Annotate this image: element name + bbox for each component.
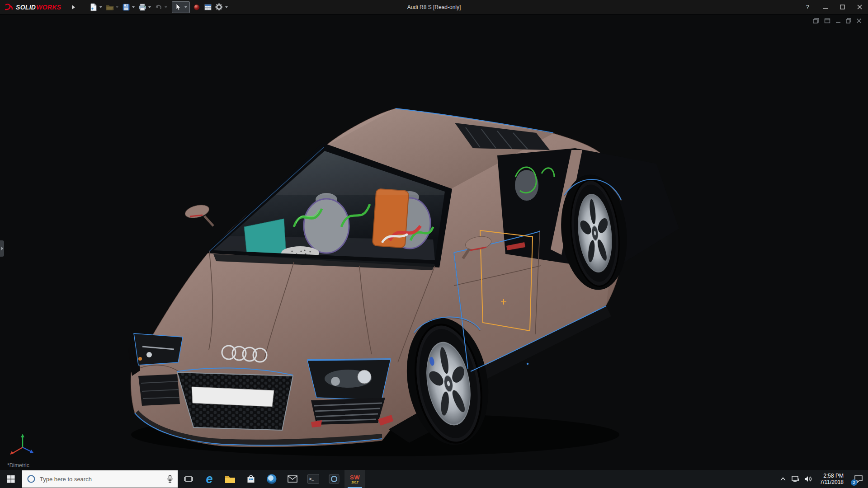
solidworks-icon-label: SW	[350, 474, 360, 480]
close-document-button[interactable]	[856, 18, 862, 23]
maximize-button[interactable]	[834, 0, 851, 14]
undo-icon	[155, 4, 163, 10]
options-gear-icon	[215, 3, 223, 11]
open-document-caret[interactable]	[116, 6, 118, 8]
float-window-button[interactable]	[813, 18, 819, 23]
quick-access-toolbar	[88, 1, 232, 13]
print-button[interactable]	[137, 2, 148, 13]
action-center-button[interactable]: 2	[849, 470, 868, 488]
design-table-button[interactable]	[202, 2, 213, 13]
windows-logo-icon	[7, 475, 15, 483]
left-headlight-lens	[146, 352, 152, 357]
minimize-icon	[823, 5, 828, 9]
new-document-button[interactable]	[88, 2, 99, 13]
tray-network[interactable]	[789, 470, 802, 488]
taskbar-item-browser[interactable]	[261, 470, 282, 488]
taskbar-item-app-circle[interactable]	[324, 470, 344, 488]
right-headlight-lens-2	[331, 377, 340, 386]
taskbar-item-store[interactable]	[241, 470, 261, 488]
logo-text-solid: SOLID	[16, 4, 36, 11]
undo-button[interactable]	[153, 2, 164, 13]
close-button[interactable]	[851, 0, 868, 14]
document-window-controls	[813, 18, 862, 23]
titlebar: SOLIDWORKS	[0, 0, 868, 14]
graphics-viewport[interactable]: *Dimetric	[0, 14, 868, 470]
document-title: Audi R8 S [Read-only]	[407, 4, 461, 10]
save-button[interactable]	[120, 2, 132, 13]
save-icon	[123, 4, 130, 11]
taskbar-item-solidworks[interactable]: SW 2017	[344, 470, 365, 488]
ds-swirl-icon	[4, 3, 14, 11]
speaker-icon	[804, 476, 812, 482]
select-tool-button[interactable]	[173, 2, 184, 13]
flyout-arrow-icon	[1, 247, 3, 250]
taskbar-item-edge[interactable]: e	[199, 470, 220, 488]
file-explorer-icon	[225, 475, 236, 483]
close-icon	[857, 5, 862, 9]
chevron-up-icon	[780, 477, 786, 481]
select-tool-active-frame	[172, 1, 190, 13]
task-view-button[interactable]	[178, 470, 199, 488]
search-placeholder-text: Type here to search	[40, 476, 163, 483]
view-orientation-label: *Dimetric	[7, 462, 29, 469]
minimize-button[interactable]	[816, 0, 834, 14]
open-document-button[interactable]	[104, 2, 115, 13]
taskbar-item-mail[interactable]	[282, 470, 303, 488]
start-button[interactable]	[0, 470, 22, 488]
print-icon	[138, 4, 146, 11]
appearance-sphere-icon	[193, 4, 200, 10]
menu-flyout-arrow-icon[interactable]	[72, 5, 75, 9]
undo-caret[interactable]	[165, 6, 167, 8]
taskbar-item-file-explorer[interactable]	[220, 470, 241, 488]
taskbar-search-box[interactable]: Type here to search	[22, 470, 178, 488]
cortana-icon	[27, 474, 36, 483]
restore-document-button[interactable]	[846, 18, 851, 23]
solidworks-2017-icon: SW 2017	[350, 474, 360, 484]
store-bag-icon	[246, 474, 255, 483]
car-model-audi-r8[interactable]	[0, 14, 868, 470]
select-tool-caret[interactable]	[184, 6, 187, 8]
tray-volume[interactable]	[802, 470, 815, 488]
new-document-icon	[90, 3, 97, 11]
right-headlight-lens	[358, 370, 371, 384]
options-caret[interactable]	[225, 6, 228, 8]
new-document-caret[interactable]	[99, 6, 102, 8]
tray-overflow-button[interactable]	[777, 470, 789, 488]
clock-date: 7/11/2018	[820, 479, 844, 485]
notification-badge: 2	[851, 479, 857, 486]
license-plate[interactable]	[192, 387, 274, 407]
appearance-button[interactable]	[191, 2, 202, 13]
system-tray: 2:58 PM 7/11/2018 2	[777, 470, 868, 488]
network-icon	[792, 476, 800, 482]
logo-text-works: WORKS	[36, 4, 61, 11]
select-cursor-icon	[175, 3, 182, 11]
mail-envelope-icon	[288, 475, 297, 483]
task-pane-flyout-tab[interactable]	[0, 240, 4, 257]
vertex-marker	[527, 363, 528, 365]
circular-app-icon	[329, 474, 340, 484]
save-caret[interactable]	[132, 6, 135, 8]
orientation-triad	[7, 432, 36, 460]
microphone-icon[interactable]	[167, 475, 173, 483]
left-headlight[interactable]	[134, 333, 183, 365]
left-indicator	[138, 357, 142, 361]
task-view-icon	[184, 475, 193, 483]
print-caret[interactable]	[148, 6, 151, 8]
open-folder-icon	[106, 4, 114, 10]
taskbar-clock[interactable]: 2:58 PM 7/11/2018	[815, 473, 849, 485]
solidworks-icon-year: 2017	[351, 481, 359, 484]
edge-icon: e	[206, 473, 212, 485]
design-table-icon	[204, 4, 212, 10]
options-button[interactable]	[213, 2, 225, 13]
minimize-document-button[interactable]	[835, 18, 841, 23]
command-prompt-icon: >_	[307, 474, 319, 484]
help-button[interactable]: ?	[799, 0, 816, 14]
windows-taskbar: Type here to search e	[0, 470, 868, 488]
left-mirror[interactable]	[184, 203, 213, 226]
titlebar-controls: ?	[799, 0, 868, 14]
dock-window-button[interactable]	[824, 18, 830, 23]
clock-time: 2:58 PM	[823, 473, 844, 479]
taskbar-item-command-prompt[interactable]: >_	[303, 470, 324, 488]
maximize-icon	[840, 5, 845, 9]
browser-globe-icon	[266, 474, 277, 484]
